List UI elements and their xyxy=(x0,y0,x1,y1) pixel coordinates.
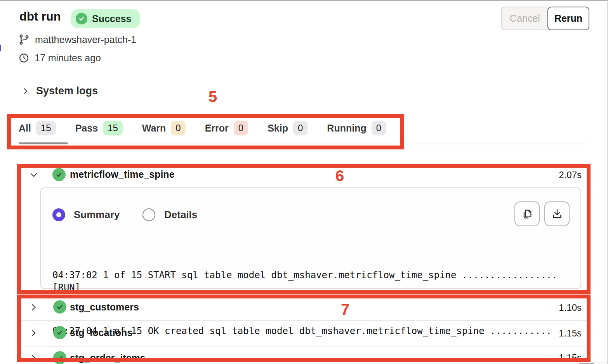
row-divider xyxy=(21,320,589,321)
tab-skip-label: Skip xyxy=(268,123,288,134)
log-panel: Summary Details 04:37:02 1 of 15 START s… xyxy=(40,187,581,289)
time-row: 17 minutes ago xyxy=(19,52,101,64)
copy-icon xyxy=(521,208,533,220)
tab-pass-count: 15 xyxy=(103,121,123,135)
tab-warn-count: 0 xyxy=(171,121,185,135)
row-name-stg-customers[interactable]: stg_customers xyxy=(70,302,139,313)
download-icon xyxy=(551,208,563,220)
branch-row: matthewshaver-patch-1 xyxy=(19,34,136,45)
row-divider xyxy=(21,346,589,347)
details-radio[interactable] xyxy=(142,208,155,221)
time-ago: 17 minutes ago xyxy=(35,52,101,64)
expand-chevron-right-icon[interactable] xyxy=(29,303,38,312)
tab-all-label: All xyxy=(19,123,31,134)
summary-radio-label[interactable]: Summary xyxy=(74,209,120,221)
log-line: 04:37:02 1 of 15 START sql table model d… xyxy=(52,269,569,294)
expanded-row-name[interactable]: metricflow_time_spine xyxy=(70,169,175,180)
success-check-icon xyxy=(76,13,87,24)
tab-all[interactable]: All 15 xyxy=(19,121,56,135)
tabbar-divider xyxy=(19,144,589,144)
copy-logs-button[interactable] xyxy=(514,201,540,226)
expand-chevron-right-icon[interactable] xyxy=(29,328,38,338)
download-logs-button[interactable] xyxy=(544,201,570,226)
tab-skip-count: 0 xyxy=(293,121,307,135)
expanded-row-duration: 2.07s xyxy=(559,170,582,180)
tab-warn-label: Warn xyxy=(142,123,166,134)
tab-skip[interactable]: Skip 0 xyxy=(268,121,307,135)
tab-error[interactable]: Error 0 xyxy=(205,121,248,135)
status-badge: Success xyxy=(71,9,140,28)
details-radio-label[interactable]: Details xyxy=(164,209,197,221)
collapse-chevron-down-icon[interactable] xyxy=(29,170,38,180)
tab-all-count: 15 xyxy=(36,121,56,135)
left-edge-cursor-tick xyxy=(0,45,1,51)
system-logs-toggle[interactable]: System logs xyxy=(21,85,98,97)
clock-icon xyxy=(19,53,29,63)
annotation-number-5: 5 xyxy=(208,88,217,106)
row-duration: 1.10s xyxy=(559,302,582,313)
cancel-button[interactable]: Cancel xyxy=(501,7,548,30)
chevron-right-icon xyxy=(21,87,30,95)
row-success-icon xyxy=(53,326,66,339)
tab-running-count: 0 xyxy=(372,121,386,135)
row-name-stg-order-items[interactable]: stg_order_items xyxy=(70,352,146,364)
page-title: dbt run xyxy=(19,10,61,24)
annotation-number-7: 7 xyxy=(341,301,349,318)
dbt-run-page: dbt run Success Cancel Rerun matthewshav… xyxy=(0,0,608,364)
expand-chevron-right-icon[interactable] xyxy=(29,354,38,363)
row-success-icon xyxy=(53,300,66,314)
status-badge-label: Success xyxy=(92,13,131,24)
row-success-icon xyxy=(52,168,66,181)
tab-error-label: Error xyxy=(205,123,229,134)
row-duration: 1.15s xyxy=(559,328,582,339)
row-duration: 1.15s xyxy=(559,352,582,363)
tab-warn[interactable]: Warn 0 xyxy=(142,121,186,135)
branch-name: matthewshaver-patch-1 xyxy=(35,34,136,45)
active-tab-underline xyxy=(19,142,68,144)
git-branch-icon xyxy=(19,34,30,45)
rerun-button-label: Rerun xyxy=(554,13,582,24)
summary-radio[interactable] xyxy=(52,208,65,221)
system-logs-label: System logs xyxy=(36,85,98,97)
tab-running-label: Running xyxy=(327,123,366,134)
tab-pass[interactable]: Pass 15 xyxy=(75,121,123,135)
tab-pass-label: Pass xyxy=(75,123,98,134)
cancel-button-label: Cancel xyxy=(510,13,540,24)
rerun-button[interactable]: Rerun xyxy=(547,7,589,30)
tab-error-count: 0 xyxy=(234,121,248,135)
row-name-stg-locations[interactable]: stg_locations xyxy=(70,327,132,338)
row-success-icon xyxy=(53,351,66,364)
status-filter-tabs: All 15 Pass 15 Warn 0 Error 0 Skip 0 Run… xyxy=(19,121,386,135)
annotation-number-6: 6 xyxy=(335,167,344,185)
tab-running[interactable]: Running 0 xyxy=(327,121,386,135)
